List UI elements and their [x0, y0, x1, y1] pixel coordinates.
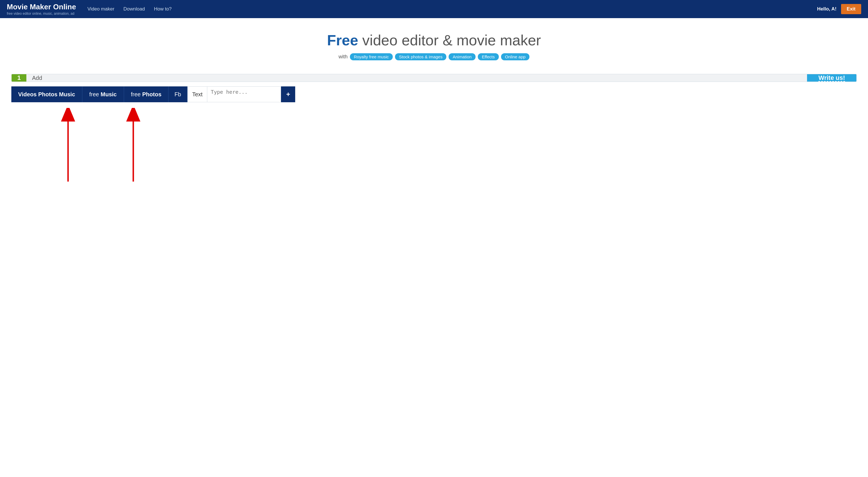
toolbar: Videos Photos Music free Music free Phot…	[11, 87, 857, 102]
brand-subtitle: free video editor online, music, animati…	[7, 11, 76, 15]
hero-title: Free video editor & movie maker	[6, 32, 862, 49]
arrows-area	[0, 108, 868, 187]
free-photos-prefix: free	[131, 91, 142, 97]
nav-download[interactable]: Download	[123, 6, 145, 12]
nav-how-to[interactable]: How to?	[154, 6, 172, 12]
hello-user: A!	[831, 6, 837, 11]
add-bar-section: 1 Add Write us!	[0, 67, 868, 87]
exit-button[interactable]: Exit	[841, 4, 861, 14]
hero-with-text: with	[339, 54, 348, 60]
free-music-bold: Music	[101, 91, 117, 97]
navbar-links: Video maker Download How to?	[87, 6, 817, 12]
toolbar-section: Videos Photos Music free Music free Phot…	[0, 87, 868, 108]
videos-photos-music-label: Videos Photos Music	[18, 91, 75, 97]
arrow-1	[57, 108, 80, 181]
badge-stock-photos[interactable]: Stock photos & images	[395, 53, 446, 60]
hero-title-strong: Free	[327, 32, 358, 48]
free-photos-bold: Photos	[142, 91, 162, 97]
hello-text: Hello,	[817, 6, 831, 11]
badge-effects[interactable]: Effects	[478, 53, 499, 60]
text-label: Text	[187, 87, 208, 102]
arrow-2	[122, 108, 145, 181]
fb-button[interactable]: Fb	[169, 87, 187, 102]
navbar-hello: Hello, A!	[817, 6, 836, 12]
plus-button[interactable]: +	[281, 87, 295, 102]
hero-title-rest: video editor & movie maker	[358, 32, 541, 48]
badge-royalty-free-music[interactable]: Royalty free music	[350, 53, 393, 60]
text-input[interactable]	[207, 87, 281, 102]
free-photos-button[interactable]: free Photos	[124, 87, 169, 102]
hero-section: Free video editor & movie maker with Roy…	[0, 18, 868, 67]
brand-title: Movie Maker Online	[7, 3, 76, 11]
free-music-prefix: free	[89, 91, 101, 97]
nav-video-maker[interactable]: Video maker	[87, 6, 114, 12]
badge-online-app[interactable]: Online app	[501, 53, 530, 60]
add-bar-label: Add	[26, 74, 807, 81]
add-bar-number: 1	[12, 74, 26, 81]
add-bar: 1 Add Write us!	[11, 74, 857, 82]
videos-photos-music-button[interactable]: Videos Photos Music	[11, 87, 83, 102]
brand: Movie Maker Online free video editor onl…	[7, 3, 76, 15]
navbar-right: Hello, A! Exit	[817, 4, 861, 14]
write-us-button[interactable]: Write us!	[807, 74, 856, 81]
hero-subtitle: with Royalty free music Stock photos & i…	[6, 53, 862, 60]
free-music-button[interactable]: free Music	[83, 87, 124, 102]
navbar: Movie Maker Online free video editor onl…	[0, 0, 868, 18]
badge-animation[interactable]: Animation	[448, 53, 475, 60]
